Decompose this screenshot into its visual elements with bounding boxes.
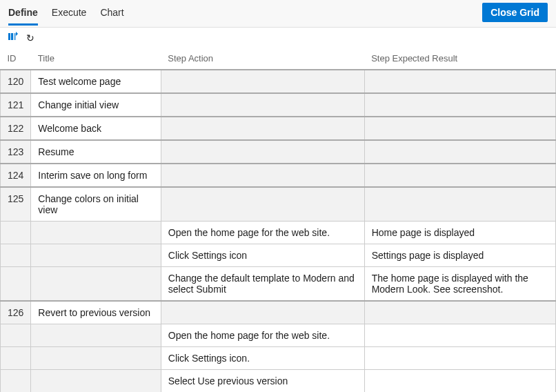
- header-expected[interactable]: Step Expected Result: [364, 48, 555, 70]
- table-row[interactable]: Select Use previous version: [1, 370, 556, 393]
- cell-action: [161, 117, 364, 140]
- cell-id[interactable]: 126: [1, 301, 31, 324]
- cell-title[interactable]: Welcome back: [31, 117, 161, 140]
- cell-action[interactable]: Click Settings icon.: [161, 347, 364, 370]
- cell-title[interactable]: Resume: [31, 140, 161, 164]
- header-id[interactable]: ID: [1, 48, 31, 70]
- refresh-icon[interactable]: ↻: [26, 32, 34, 43]
- cell-id: [1, 222, 31, 244]
- cell-title: [31, 267, 161, 302]
- table-row[interactable]: Open the home page for the web site.Home…: [1, 222, 556, 244]
- table-row[interactable]: 126Revert to previous version: [1, 301, 556, 324]
- grid-body: 120Test welcome page121Change initial vi…: [1, 70, 556, 392]
- cell-expected[interactable]: Home page is displayed: [364, 222, 555, 244]
- cell-action: [161, 301, 364, 324]
- cell-title: [31, 222, 161, 244]
- tab-chart[interactable]: Chart: [100, 7, 123, 26]
- cell-title: [31, 324, 161, 347]
- cell-title[interactable]: Test welcome page: [31, 70, 161, 93]
- columns-icon[interactable]: [8, 32, 18, 43]
- icon-bar: ↻: [0, 28, 556, 48]
- cell-action[interactable]: Open the home page for the web site.: [161, 324, 364, 347]
- cell-action: [161, 70, 364, 93]
- cell-expected: [364, 93, 555, 117]
- cell-id: [1, 370, 31, 393]
- cell-id[interactable]: 121: [1, 93, 31, 117]
- cell-expected: [364, 164, 555, 187]
- cell-action: [161, 187, 364, 222]
- cell-expected[interactable]: [364, 324, 555, 347]
- table-row[interactable]: 124Interim save on long form: [1, 164, 556, 187]
- table-row[interactable]: Click Settings icon.: [1, 347, 556, 370]
- cell-action: [161, 93, 364, 117]
- toolbar: DefineExecuteChart Close Grid: [0, 0, 556, 28]
- table-row[interactable]: Change the default template to Modern an…: [1, 267, 556, 302]
- cell-id: [1, 244, 31, 267]
- cell-id[interactable]: 120: [1, 70, 31, 93]
- table-row[interactable]: Open the home page for the web site.: [1, 324, 556, 347]
- cell-action: [161, 140, 364, 164]
- close-grid-button[interactable]: Close Grid: [482, 3, 548, 22]
- cell-action[interactable]: Select Use previous version: [161, 370, 364, 393]
- cell-action: [161, 164, 364, 187]
- grid-table: ID Title Step Action Step Expected Resul…: [0, 48, 556, 392]
- cell-title[interactable]: Change colors on initial view: [31, 187, 161, 222]
- cell-expected[interactable]: [364, 347, 555, 370]
- svg-rect-0: [8, 33, 10, 40]
- svg-rect-1: [11, 33, 13, 40]
- cell-expected: [364, 187, 555, 222]
- svg-rect-2: [14, 33, 16, 40]
- tabs: DefineExecuteChart: [8, 0, 124, 26]
- cell-id[interactable]: 123: [1, 140, 31, 164]
- table-row[interactable]: Click Settings iconSettings page is disp…: [1, 244, 556, 267]
- header-action[interactable]: Step Action: [161, 48, 364, 70]
- cell-title: [31, 244, 161, 267]
- cell-action[interactable]: Change the default template to Modern an…: [161, 267, 364, 302]
- cell-expected[interactable]: The home page is displayed with the Mode…: [364, 267, 555, 302]
- tab-execute[interactable]: Execute: [52, 7, 87, 26]
- cell-id[interactable]: 122: [1, 117, 31, 140]
- cell-action[interactable]: Click Settings icon: [161, 244, 364, 267]
- cell-expected: [364, 70, 555, 93]
- cell-id: [1, 324, 31, 347]
- cell-id[interactable]: 124: [1, 164, 31, 187]
- table-row[interactable]: 123Resume: [1, 140, 556, 164]
- cell-action[interactable]: Open the home page for the web site.: [161, 222, 364, 244]
- cell-title: [31, 347, 161, 370]
- cell-expected: [364, 117, 555, 140]
- table-row[interactable]: 121Change initial view: [1, 93, 556, 117]
- cell-title[interactable]: Revert to previous version: [31, 301, 161, 324]
- table-row[interactable]: 120Test welcome page: [1, 70, 556, 93]
- table-row[interactable]: 122Welcome back: [1, 117, 556, 140]
- cell-expected: [364, 140, 555, 164]
- cell-title: [31, 370, 161, 393]
- tab-define[interactable]: Define: [8, 7, 38, 26]
- cell-expected[interactable]: [364, 370, 555, 393]
- cell-id[interactable]: 125: [1, 187, 31, 222]
- cell-id: [1, 347, 31, 370]
- cell-expected[interactable]: Settings page is displayed: [364, 244, 555, 267]
- header-row: ID Title Step Action Step Expected Resul…: [1, 48, 556, 70]
- table-row[interactable]: 125Change colors on initial view: [1, 187, 556, 222]
- cell-expected: [364, 301, 555, 324]
- cell-title[interactable]: Change initial view: [31, 93, 161, 117]
- cell-id: [1, 267, 31, 302]
- cell-title[interactable]: Interim save on long form: [31, 164, 161, 187]
- header-title[interactable]: Title: [31, 48, 161, 70]
